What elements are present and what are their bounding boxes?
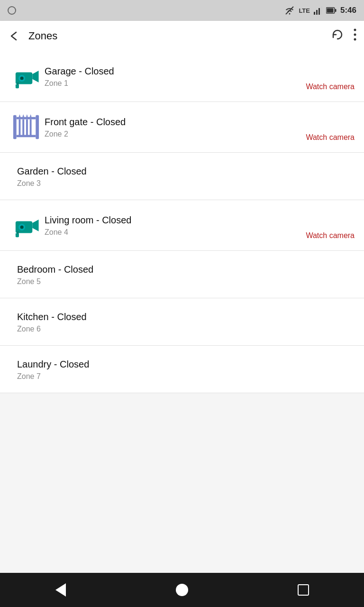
svg-marker-26	[22, 114, 24, 117]
refresh-button[interactable]	[331, 28, 344, 44]
svg-rect-2	[316, 10, 318, 15]
svg-marker-27	[26, 114, 28, 117]
zone-name-6: Kitchen - Closed	[17, 311, 355, 323]
app-bar-actions	[331, 28, 356, 44]
zone-info-7: Laundry - Closed Zone 7	[9, 358, 355, 381]
zone-name-7: Laundry - Closed	[17, 358, 355, 370]
zone-sub-4: Zone 4	[45, 228, 306, 237]
zone-info-2: Front gate - Closed Zone 2	[43, 116, 306, 138]
zone-item-7[interactable]: Laundry - Closed Zone 7	[0, 346, 364, 393]
watch-camera-btn-1[interactable]: Watch camera	[306, 83, 355, 93]
page-title: Zones	[28, 30, 323, 42]
time-display: 5:46	[340, 6, 356, 15]
wifi-icon	[284, 6, 295, 15]
app-bar: Zones	[0, 21, 364, 51]
svg-rect-19	[17, 117, 36, 120]
zone-item-4[interactable]: Living room - Closed Zone 4 Watch camera	[0, 200, 364, 251]
svg-rect-4	[321, 6, 322, 15]
recents-square-icon	[298, 584, 309, 596]
svg-rect-24	[17, 135, 36, 137]
zone-name-3: Garden - Closed	[17, 165, 355, 177]
zone-info-4: Living room - Closed Zone 4	[43, 214, 306, 237]
zone-name-1: Garage - Closed	[45, 65, 306, 77]
svg-rect-6	[335, 9, 336, 12]
zone-sub-5: Zone 5	[17, 277, 355, 286]
zone-name-4: Living room - Closed	[45, 214, 306, 226]
zone-item-3[interactable]: Garden - Closed Zone 3	[0, 153, 364, 200]
zone-sub-2: Zone 2	[45, 130, 306, 138]
zone-sub-6: Zone 6	[17, 325, 355, 333]
svg-marker-28	[30, 114, 32, 117]
camera-icon-4	[9, 209, 43, 242]
battery-icon	[326, 7, 337, 14]
svg-point-8	[354, 29, 356, 31]
svg-rect-1	[314, 12, 315, 15]
svg-marker-25	[19, 114, 21, 117]
zone-item-1[interactable]: Garage - Closed Zone 1 Watch camera	[0, 51, 364, 102]
svg-rect-16	[17, 83, 18, 85]
gate-icon-2	[9, 110, 43, 144]
zone-item-5[interactable]: Bedroom - Closed Zone 5	[0, 251, 364, 298]
svg-rect-7	[327, 9, 333, 13]
bottom-nav-bar	[0, 573, 364, 607]
svg-point-10	[354, 38, 356, 41]
svg-rect-20	[19, 120, 21, 137]
zone-info-5: Bedroom - Closed Zone 5	[9, 263, 355, 286]
notification-circle-icon	[8, 6, 16, 15]
svg-point-9	[354, 34, 356, 36]
back-button[interactable]	[8, 29, 21, 43]
zone-name-5: Bedroom - Closed	[17, 263, 355, 276]
svg-marker-12	[32, 71, 38, 83]
nav-recents-button[interactable]	[294, 580, 313, 599]
zone-item-6[interactable]: Kitchen - Closed Zone 6	[0, 298, 364, 346]
more-options-button[interactable]	[354, 28, 356, 44]
camera-icon-1	[9, 60, 43, 93]
zone-info-3: Garden - Closed Zone 3	[9, 165, 355, 188]
nav-back-button[interactable]	[51, 580, 70, 599]
zone-info-6: Kitchen - Closed Zone 6	[9, 311, 355, 333]
svg-rect-23	[30, 120, 32, 137]
home-circle-icon	[176, 584, 188, 596]
svg-point-14	[20, 76, 24, 80]
svg-rect-18	[36, 115, 39, 139]
svg-rect-21	[22, 120, 24, 137]
svg-rect-17	[13, 115, 17, 139]
status-left	[8, 6, 16, 15]
svg-rect-34	[17, 231, 18, 234]
status-right: LTE 5:46	[284, 6, 356, 15]
signal-icon	[314, 6, 322, 15]
zone-info-1: Garage - Closed Zone 1	[43, 65, 306, 88]
back-triangle-icon	[55, 583, 66, 597]
watch-camera-btn-4[interactable]: Watch camera	[306, 231, 355, 242]
svg-marker-30	[32, 220, 38, 231]
zone-list: Garage - Closed Zone 1 Watch camera	[0, 51, 364, 573]
zone-sub-1: Zone 1	[45, 79, 306, 88]
status-bar: LTE 5:46	[0, 0, 364, 21]
watch-camera-btn-2[interactable]: Watch camera	[306, 133, 355, 144]
lte-badge: LTE	[299, 7, 310, 14]
nav-home-button[interactable]	[173, 580, 191, 599]
svg-rect-22	[26, 120, 28, 137]
svg-rect-3	[318, 8, 320, 15]
zone-sub-3: Zone 3	[17, 179, 355, 188]
svg-point-32	[20, 225, 24, 229]
zone-sub-7: Zone 7	[17, 372, 355, 381]
zone-name-2: Front gate - Closed	[45, 116, 306, 128]
zone-item-2[interactable]: Front gate - Closed Zone 2 Watch camera	[0, 102, 364, 153]
